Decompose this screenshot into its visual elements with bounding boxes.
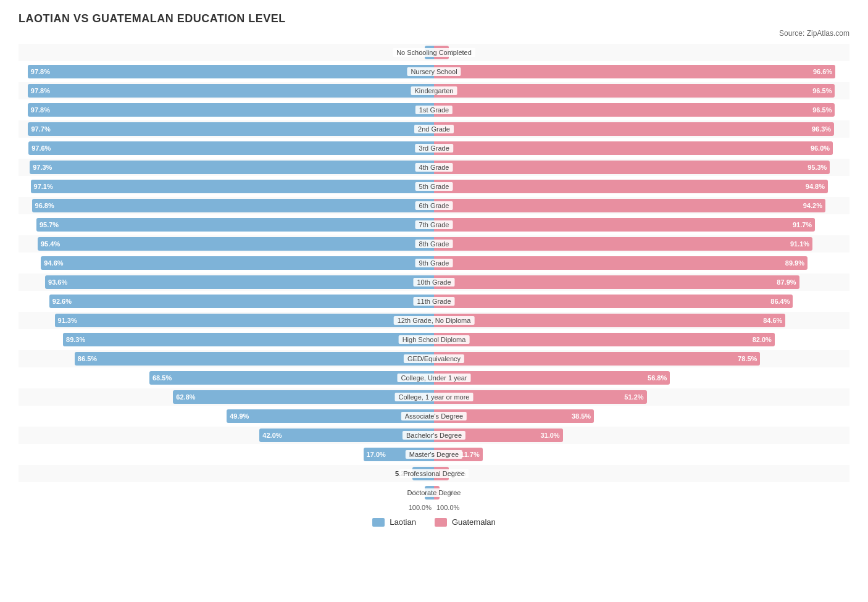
source-label: Source: ZipAtlas.com (19, 29, 849, 38)
table-row: 2.2% No Schooling Completed 3.5% (19, 44, 849, 61)
table-row: 97.8% 1st Grade 96.5% (19, 101, 849, 119)
table-row: 2.3% Doctorate Degree 1.4% (19, 484, 849, 501)
table-row: 5.2% Professional Degree 3.5% (19, 465, 849, 482)
table-row: 97.6% 3rd Grade 96.0% (19, 140, 849, 157)
legend-guatemalan: Guatemalan (435, 517, 496, 527)
table-row: 86.5% GED/Equivalency 78.5% (19, 350, 849, 367)
chart-container: 2.2% No Schooling Completed 3.5% 97.8% N… (19, 44, 849, 511)
table-row: 97.1% 5th Grade 94.8% (19, 178, 849, 195)
table-row: 62.8% College, 1 year or more 51.2% (19, 388, 849, 406)
table-row: 42.0% Bachelor's Degree 31.0% (19, 427, 849, 444)
table-row: 95.7% 7th Grade 91.7% (19, 216, 849, 233)
axis-right-label: 100.0% (434, 504, 849, 511)
table-row: 68.5% College, Under 1 year 56.8% (19, 369, 849, 387)
legend-laotian-box (372, 518, 385, 527)
table-row: 91.3% 12th Grade, No Diploma 84.6% (19, 312, 849, 329)
table-row: 89.3% High School Diploma 82.0% (19, 331, 849, 348)
axis-left-label: 100.0% (19, 504, 434, 511)
table-row: 97.8% Kindergarten 96.5% (19, 82, 849, 99)
table-row: 97.3% 4th Grade 95.3% (19, 159, 849, 176)
axis-row: 100.0% 100.0% (19, 504, 849, 511)
legend-laotian-label: Laotian (390, 517, 416, 527)
legend-guatemalan-label: Guatemalan (452, 517, 496, 527)
table-row: 96.8% 6th Grade 94.2% (19, 197, 849, 214)
table-row: 97.7% 2nd Grade 96.3% (19, 120, 849, 138)
table-row: 97.8% Nursery School 96.6% (19, 63, 849, 80)
page-title: LAOTIAN VS GUATEMALAN EDUCATION LEVEL (19, 12, 849, 25)
table-row: 94.6% 9th Grade 89.9% (19, 254, 849, 272)
table-row: 93.6% 10th Grade 87.9% (19, 274, 849, 291)
legend-guatemalan-box (435, 518, 447, 527)
legend: Laotian Guatemalan (19, 517, 849, 527)
rows-wrapper: 2.2% No Schooling Completed 3.5% 97.8% N… (19, 44, 849, 501)
table-row: 95.4% 8th Grade 91.1% (19, 235, 849, 253)
table-row: 92.6% 11th Grade 86.4% (19, 293, 849, 310)
table-row: 17.0% Master's Degree 11.7% (19, 446, 849, 463)
legend-laotian: Laotian (372, 517, 416, 527)
table-row: 49.9% Associate's Degree 38.5% (19, 408, 849, 425)
